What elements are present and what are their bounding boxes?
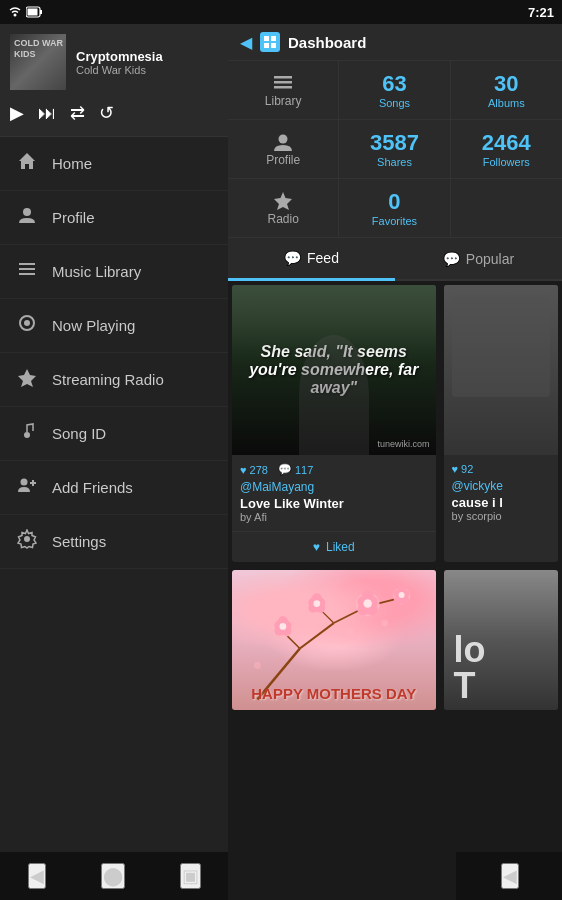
svg-rect-6 bbox=[19, 263, 35, 265]
song-id-label: Song ID bbox=[52, 425, 106, 442]
tab-popular[interactable]: 💬 Popular bbox=[395, 238, 562, 279]
dashboard-icon bbox=[260, 32, 280, 52]
shares-count: 3587 bbox=[370, 130, 419, 156]
svg-rect-21 bbox=[274, 76, 292, 79]
library-stat-icon bbox=[272, 72, 294, 94]
feed-card-4[interactable]: loT bbox=[444, 570, 558, 710]
library-stat-label: Library bbox=[265, 94, 302, 108]
svg-rect-7 bbox=[19, 268, 35, 270]
card-3-image: HAPPY MOTHERS DAY bbox=[232, 570, 436, 710]
feed-card-3[interactable]: HAPPY MOTHERS DAY bbox=[232, 570, 436, 710]
card-1-song: Love Like Winter bbox=[240, 496, 428, 511]
now-playing-widget: COLD WAR KIDS Cryptomnesia Cold War Kids… bbox=[0, 24, 228, 137]
card-1-stats: ♥ 278 💬 117 bbox=[240, 463, 428, 476]
back-button-sidebar[interactable]: ◀ bbox=[28, 863, 46, 889]
back-button[interactable]: ◀ bbox=[501, 863, 519, 889]
shuffle-button[interactable]: ⇄ bbox=[70, 104, 85, 122]
now-playing-label: Now Playing bbox=[52, 317, 135, 334]
sidebar-item-settings[interactable]: Settings bbox=[0, 515, 228, 569]
stat-empty bbox=[451, 179, 562, 237]
stat-followers: 2464 Followers bbox=[451, 120, 562, 178]
play-button[interactable]: ▶ bbox=[10, 104, 24, 122]
sidebar: COLD WAR KIDS Cryptomnesia Cold War Kids… bbox=[0, 24, 228, 900]
player-controls: ▶ ⏭ ⇄ ↺ bbox=[10, 100, 218, 126]
card-2-likes: ♥ 92 bbox=[452, 463, 474, 475]
songs-label: Songs bbox=[379, 97, 410, 109]
card-1-user[interactable]: @MaiMayang bbox=[240, 480, 428, 494]
add-friends-label: Add Friends bbox=[52, 479, 133, 496]
card-2-stats: ♥ 92 bbox=[452, 463, 550, 475]
add-friends-icon bbox=[16, 475, 38, 500]
radio-stat-icon bbox=[272, 190, 294, 212]
profile-label: Profile bbox=[52, 209, 95, 226]
svg-marker-11 bbox=[18, 369, 36, 387]
svg-point-10 bbox=[24, 320, 30, 326]
home-label: Home bbox=[52, 155, 92, 172]
radio-stat-label: Radio bbox=[267, 212, 298, 226]
tab-feed[interactable]: 💬 Feed bbox=[228, 238, 395, 281]
svg-marker-25 bbox=[274, 192, 292, 210]
battery-icon bbox=[26, 5, 42, 19]
sidebar-item-home[interactable]: Home bbox=[0, 137, 228, 191]
svg-line-27 bbox=[300, 623, 334, 648]
svg-point-5 bbox=[23, 208, 31, 216]
followers-label: Followers bbox=[483, 156, 530, 168]
feed-card-1[interactable]: She said, "It seems you're somewhere, fa… bbox=[232, 285, 436, 562]
card-2-bg bbox=[444, 285, 558, 455]
svg-rect-22 bbox=[274, 81, 292, 84]
back-arrow[interactable]: ◀ bbox=[240, 33, 252, 52]
card-4-big-text: loT bbox=[454, 632, 486, 704]
sidebar-item-now-playing[interactable]: Now Playing bbox=[0, 299, 228, 353]
svg-rect-20 bbox=[271, 43, 276, 48]
sidebar-item-profile[interactable]: Profile bbox=[0, 191, 228, 245]
svg-point-52 bbox=[363, 599, 371, 607]
recent-button-sidebar[interactable]: ▣ bbox=[180, 863, 201, 889]
stats-grid-row3: Radio 0 Favorites bbox=[228, 179, 562, 238]
card-2-meta: ♥ 92 @vickyke cause i l by scorpio bbox=[444, 455, 558, 530]
svg-point-45 bbox=[313, 600, 320, 607]
card-2-song: cause i l bbox=[452, 495, 550, 510]
card-1-likes: ♥ 278 bbox=[240, 463, 268, 476]
repeat-button[interactable]: ↺ bbox=[99, 104, 114, 122]
track-info: Cryptomnesia Cold War Kids bbox=[76, 49, 218, 76]
sidebar-item-music-library[interactable]: Music Library bbox=[0, 245, 228, 299]
stats-grid-row2: Profile 3587 Shares 2464 Followers bbox=[228, 120, 562, 179]
feed-row-1: She said, "It seems you're somewhere, fa… bbox=[228, 281, 562, 566]
sidebar-item-streaming-radio[interactable]: Streaming Radio bbox=[0, 353, 228, 407]
feed-row-2: HAPPY MOTHERS DAY loT bbox=[228, 566, 562, 714]
card-1-artist: by Afi bbox=[240, 511, 428, 523]
card-1-meta: ♥ 278 💬 117 @MaiMayang Love Like Winter … bbox=[232, 455, 436, 531]
forward-button[interactable]: ⏭ bbox=[38, 104, 56, 122]
shares-label: Shares bbox=[377, 156, 412, 168]
home-button-sidebar[interactable]: ⬤ bbox=[101, 863, 125, 889]
svg-point-1 bbox=[14, 14, 17, 17]
stat-radio[interactable]: Radio bbox=[228, 179, 339, 237]
streaming-radio-label: Streaming Radio bbox=[52, 371, 164, 388]
card-2-user[interactable]: @vickyke bbox=[452, 479, 550, 493]
wifi-icon bbox=[8, 5, 22, 19]
radio-icon bbox=[16, 367, 38, 392]
stat-albums: 30 Albums bbox=[451, 61, 562, 119]
songs-count: 63 bbox=[382, 71, 406, 97]
svg-point-16 bbox=[24, 536, 30, 542]
sidebar-item-song-id[interactable]: Song ID bbox=[0, 407, 228, 461]
svg-rect-19 bbox=[264, 43, 269, 48]
status-time: 7:21 bbox=[528, 5, 554, 20]
svg-rect-23 bbox=[274, 86, 292, 89]
favorites-count: 0 bbox=[388, 189, 400, 215]
stat-profile[interactable]: Profile bbox=[228, 120, 339, 178]
svg-point-59 bbox=[399, 592, 405, 598]
stat-library[interactable]: Library bbox=[228, 61, 339, 119]
sidebar-item-add-friends[interactable]: Add Friends bbox=[0, 461, 228, 515]
sidebar-system-nav: ◀ ⬤ ▣ bbox=[0, 852, 228, 900]
sidebar-nav: Home Profile Music Library Now Playing S… bbox=[0, 137, 228, 852]
svg-rect-4 bbox=[28, 9, 38, 16]
feed-card-2[interactable]: ♥ 92 @vickyke cause i l by scorpio bbox=[444, 285, 558, 562]
status-bar: 7:21 bbox=[0, 0, 562, 24]
card-4-image: loT bbox=[444, 570, 558, 710]
favorites-label: Favorites bbox=[372, 215, 417, 227]
svg-point-12 bbox=[24, 432, 30, 438]
liked-heart-icon: ♥ bbox=[313, 540, 320, 554]
card-1-liked-action[interactable]: ♥ Liked bbox=[232, 531, 436, 562]
bottom-nav: ◀ ⬤ ▣ bbox=[456, 852, 562, 900]
